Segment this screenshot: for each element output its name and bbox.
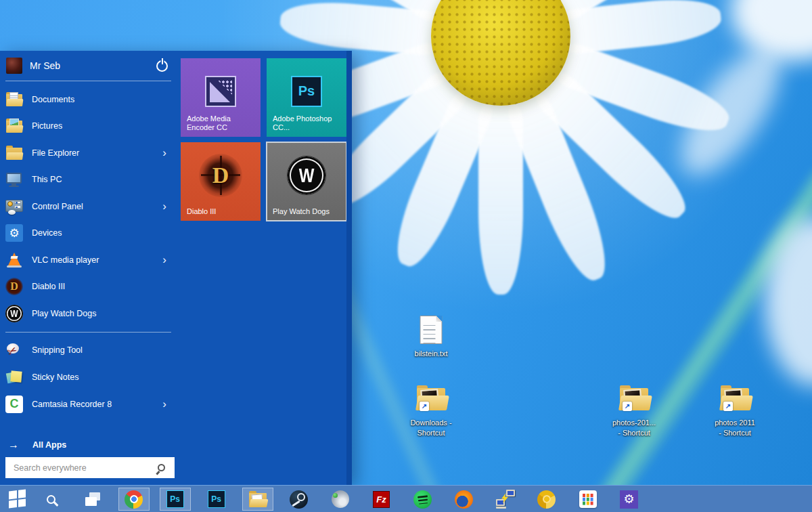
taskbar-photoshop-2-button[interactable]: Ps [196, 486, 237, 512]
vlc-cone-icon [5, 251, 23, 269]
watch-dogs-icon: W [5, 305, 23, 322]
start-menu-item-sticky-notes[interactable]: Sticky Notes [0, 364, 177, 391]
start-tiles: Adobe Media Encoder CC Ps Adobe Photosho… [181, 58, 346, 221]
taskbar: Ps Ps Fz ⚙ [0, 485, 812, 512]
taskbar-daemon-tools-button[interactable] [319, 486, 361, 512]
start-button[interactable] [0, 486, 34, 512]
user-avatar[interactable] [6, 58, 22, 74]
filezilla-icon: Fz [373, 491, 390, 508]
divider [5, 332, 171, 333]
chrome-icon [125, 490, 143, 509]
start-menu-header: Mr Seb [0, 51, 177, 81]
diablo-icon: D [5, 278, 23, 295]
desktop-icon-label: bilstein.txt [401, 349, 461, 359]
documents-folder-icon [5, 91, 23, 108]
app-grid-icon [579, 490, 597, 508]
desktop-icon-photos-201-shortcut[interactable]: ↗ photos-201...- Shortcut [604, 385, 664, 438]
taskbar-chrome-button[interactable] [113, 486, 154, 512]
start-menu-item-diablo-iii[interactable]: D Diablo III [0, 274, 177, 301]
file-explorer-icon [248, 491, 267, 507]
pictures-folder-icon [5, 117, 23, 135]
sticky-notes-icon [5, 368, 23, 386]
photoshop-icon: Ps [208, 490, 225, 508]
taskbar-task-view-button[interactable] [72, 486, 113, 512]
snipping-tool-icon: ✂ [5, 341, 23, 359]
chevron-right-icon: › [162, 254, 171, 265]
settings-icon: ⚙ [620, 490, 638, 509]
chevron-right-icon: › [162, 398, 171, 410]
start-menu-item-pictures[interactable]: Pictures [0, 113, 177, 140]
arrow-right-icon: → [8, 439, 19, 451]
remote-connection-icon [496, 490, 515, 509]
user-name: Mr Seb [30, 60, 60, 71]
file-explorer-icon [5, 144, 23, 162]
chrome-canary-icon [537, 490, 556, 509]
tile-adobe-photoshop[interactable]: Ps Adobe Photoshop CC... [267, 58, 346, 137]
taskbar-spotify-button[interactable] [402, 486, 443, 512]
start-menu-item-documents[interactable]: Documents [0, 86, 177, 113]
desktop-icon-label: photos-201...- Shortcut [604, 418, 664, 438]
folder-shortcut-icon: ↗ [719, 385, 750, 410]
diablo-icon: D [199, 154, 242, 197]
chevron-right-icon: › [162, 200, 171, 212]
search-box [5, 457, 175, 478]
start-menu-item-control-panel[interactable]: Control Panel › [0, 193, 177, 220]
steam-icon [290, 490, 308, 509]
start-menu: Mr Seb Documents Pictures File Explorer … [0, 51, 352, 485]
taskbar-app-grid-button[interactable] [567, 486, 608, 512]
this-pc-icon [5, 171, 23, 188]
desktop-icon-bilstein-txt[interactable]: bilstein.txt [401, 316, 461, 359]
control-panel-icon [5, 198, 23, 215]
desktop-icon-photos-2011-shortcut[interactable]: ↗ photos 2011- Shortcut [705, 385, 765, 438]
taskbar-filezilla-button[interactable]: Fz [361, 486, 402, 512]
camtasia-icon: C [5, 396, 23, 413]
search-icon [47, 495, 55, 504]
firefox-icon [455, 490, 473, 509]
taskbar-search-button[interactable] [30, 486, 72, 512]
start-menu-item-this-pc[interactable]: This PC [0, 167, 177, 194]
all-apps-button[interactable]: → All Apps [0, 435, 177, 454]
taskbar-remote-connection-button[interactable] [484, 486, 526, 512]
folder-shortcut-icon: ↗ [618, 385, 650, 410]
adobe-media-encoder-icon [205, 76, 236, 107]
desktop-icon-label: Downloads -Shortcut [401, 418, 461, 438]
photoshop-icon: Ps [291, 76, 322, 107]
search-input[interactable] [5, 463, 158, 473]
windows-logo-icon [9, 489, 26, 508]
start-menu-item-snipping-tool[interactable]: ✂ Snipping Tool [0, 337, 177, 364]
taskbar-file-explorer-button[interactable] [237, 486, 278, 512]
start-menu-item-file-explorer[interactable]: File Explorer › [0, 140, 177, 167]
taskbar-settings-button[interactable]: ⚙ [608, 486, 650, 512]
taskbar-chrome-canary-button[interactable] [526, 486, 567, 512]
start-menu-item-devices[interactable]: ⚙ Devices [0, 220, 177, 247]
taskbar-steam-button[interactable] [278, 486, 319, 512]
tile-diablo-iii[interactable]: D Diablo III [181, 142, 261, 221]
desktop-icon-downloads-shortcut[interactable]: ↗ Downloads -Shortcut [401, 385, 461, 438]
devices-gear-icon: ⚙ [5, 224, 23, 242]
chevron-right-icon: › [162, 147, 171, 158]
shortcut-arrow-icon: ↗ [420, 402, 429, 411]
taskbar-photoshop-button[interactable]: Ps [154, 486, 196, 512]
start-menu-item-vlc[interactable]: VLC media player › [0, 247, 177, 274]
search-icon[interactable] [158, 464, 165, 471]
spotify-icon [413, 490, 432, 509]
task-view-icon [84, 490, 102, 508]
start-menu-item-camtasia-recorder[interactable]: C Camtasia Recorder 8 › [0, 391, 177, 418]
desktop-icon-label: photos 2011- Shortcut [705, 418, 765, 438]
tile-adobe-media-encoder[interactable]: Adobe Media Encoder CC [181, 58, 261, 137]
shortcut-arrow-icon: ↗ [723, 402, 733, 411]
folder-shortcut-icon: ↗ [415, 385, 447, 410]
watch-dogs-icon: W [288, 156, 325, 194]
photoshop-icon: Ps [166, 490, 184, 508]
tile-play-watch-dogs[interactable]: W Play Watch Dogs [267, 142, 346, 221]
start-menu-item-play-watch-dogs[interactable]: W Play Watch Dogs [0, 300, 177, 327]
shortcut-arrow-icon: ↗ [623, 402, 632, 411]
power-button[interactable] [156, 60, 168, 72]
daemon-tools-icon [332, 490, 349, 508]
text-file-icon [420, 316, 443, 344]
taskbar-firefox-button[interactable] [443, 486, 484, 512]
